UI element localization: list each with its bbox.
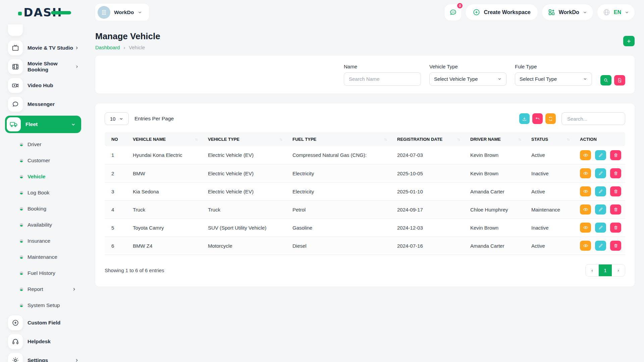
- globe-icon: [603, 8, 610, 16]
- table-search-input[interactable]: [561, 112, 625, 125]
- filter-search-button[interactable]: [600, 75, 611, 85]
- sidebar-item-movie-tv-studio[interactable]: Movie & TV Studio: [8, 41, 81, 55]
- trash-icon: [613, 171, 618, 176]
- sidebar-subitem-insurance[interactable]: Insurance: [8, 233, 81, 249]
- cell-action: [573, 182, 625, 200]
- sidebar-item-video-hub[interactable]: Video Hub: [8, 78, 81, 93]
- sidebar-subitem-report[interactable]: Report: [8, 281, 81, 297]
- chat-bubble-icon: [449, 8, 457, 16]
- column-header-registration-date[interactable]: REGISTRATION DATE↑↓: [390, 132, 464, 146]
- sidebar-subitem-availability[interactable]: Availability: [8, 217, 81, 233]
- sidebar-subitem-maintenance[interactable]: Maintenance: [8, 249, 81, 265]
- eye-icon: [583, 171, 588, 176]
- sidebar-subitem-fuel-history[interactable]: Fuel History: [8, 265, 81, 281]
- workdo-menu-button[interactable]: WorkDo: [542, 4, 593, 20]
- sort-icon[interactable]: ↑↓: [567, 137, 570, 141]
- cell-driver-name: Kevin Brown: [464, 146, 525, 164]
- view-button[interactable]: [580, 168, 591, 178]
- sidebar-item-settings[interactable]: Settings: [8, 353, 81, 362]
- sort-icon[interactable]: ↑↓: [279, 137, 282, 141]
- view-button[interactable]: [580, 186, 591, 196]
- export-button[interactable]: [519, 113, 530, 124]
- edit-button[interactable]: [595, 150, 606, 160]
- view-button[interactable]: [580, 150, 591, 160]
- pagination-next-button[interactable]: ›: [612, 264, 625, 276]
- sidebar-subitem-vehicle[interactable]: Vehicle: [8, 169, 81, 185]
- cell-no: 2: [105, 164, 126, 182]
- filter-panel: Name Vehicle Type Select Vehicle Type Fu…: [95, 56, 635, 94]
- edit-button[interactable]: [595, 204, 606, 215]
- sidebar-item-movie-show-booking[interactable]: Movie Show Booking: [8, 59, 81, 74]
- breadcrumb-dashboard-link[interactable]: Dashboard: [95, 45, 120, 50]
- sidebar-item-fleet[interactable]: Fleet: [5, 116, 81, 133]
- undo-button[interactable]: [532, 113, 543, 124]
- trash-icon: [613, 153, 618, 158]
- entries-per-page-label: Entries Per Page: [135, 116, 174, 122]
- cell-fuel-type: Electricity: [286, 182, 390, 200]
- cell-fuel-type: Diesel: [286, 237, 390, 255]
- view-button[interactable]: [580, 223, 591, 233]
- column-header-driver-name[interactable]: DRIVER NAME↑↓: [464, 132, 525, 146]
- sidebar-subitem-driver[interactable]: Driver: [8, 136, 81, 153]
- edit-button[interactable]: [595, 186, 606, 196]
- edit-button[interactable]: [595, 241, 606, 251]
- sidebar-subitem-customer[interactable]: Customer: [8, 153, 81, 169]
- fleet-submenu: Driver Customer Vehicle Log Book Booking…: [8, 136, 81, 313]
- view-button[interactable]: [580, 241, 591, 251]
- sidebar-subitem-log-book[interactable]: Log Book: [8, 185, 81, 201]
- plus-circle-icon: [473, 8, 480, 16]
- entries-per-page-select[interactable]: 10: [105, 112, 129, 125]
- eye-icon: [583, 243, 588, 248]
- refresh-button[interactable]: [545, 113, 556, 124]
- cell-fuel-type: Electricity: [286, 164, 390, 182]
- column-header-fuel-type[interactable]: FUEL TYPE↑↓: [286, 132, 390, 146]
- create-workspace-button[interactable]: Create Workspace: [466, 4, 537, 20]
- sort-icon[interactable]: ↑↓: [518, 137, 521, 141]
- pencil-icon: [598, 153, 603, 158]
- sidebar-item-messenger[interactable]: Messenger: [8, 97, 81, 112]
- delete-button[interactable]: [610, 168, 621, 178]
- sort-icon[interactable]: ↑↓: [195, 137, 198, 141]
- eye-icon: [583, 225, 588, 230]
- scrolled-menu-item-partial[interactable]: [8, 24, 23, 36]
- delete-button[interactable]: [610, 223, 621, 233]
- delete-button[interactable]: [610, 204, 621, 215]
- column-header-vehicle-name[interactable]: VEHICLE NAME↑↓: [126, 132, 201, 146]
- language-selector[interactable]: EN: [597, 4, 635, 20]
- column-header-no: NO: [105, 132, 126, 146]
- sidebar-item-custom-field[interactable]: Custom Field: [8, 315, 81, 330]
- edit-button[interactable]: [595, 168, 606, 178]
- delete-button[interactable]: [610, 150, 621, 160]
- cell-action: [573, 146, 625, 164]
- vehicle-type-select[interactable]: Select Vehicle Type: [429, 72, 506, 86]
- pagination-prev-button[interactable]: ‹: [586, 264, 599, 276]
- cell-action: [573, 200, 625, 219]
- table-row: 2BMWElectric Vehicle (EV)Electricity2025…: [105, 164, 625, 182]
- sort-icon[interactable]: ↑↓: [384, 137, 387, 141]
- breadcrumb: Dashboard › Vehicle: [95, 45, 160, 50]
- workspace-switcher[interactable]: WorkDo: [95, 4, 149, 21]
- language-code: EN: [614, 9, 621, 15]
- sidebar-subitem-system-setup[interactable]: System Setup: [8, 297, 81, 313]
- bullet-icon: [20, 223, 23, 227]
- delete-button[interactable]: [610, 186, 621, 196]
- sidebar-item-helpdesk[interactable]: Helpdesk: [8, 334, 81, 349]
- sort-icon[interactable]: ↑↓: [457, 137, 460, 141]
- edit-button[interactable]: [595, 223, 606, 233]
- column-header-status[interactable]: STATUS↑↓: [525, 132, 573, 146]
- column-header-vehicle-type[interactable]: VEHICLE TYPE↑↓: [201, 132, 286, 146]
- messages-button[interactable]: 0: [445, 4, 461, 20]
- name-filter-input[interactable]: [344, 72, 421, 86]
- view-button[interactable]: [580, 204, 591, 215]
- download-icon: [522, 116, 527, 121]
- sidebar-subitem-booking[interactable]: Booking: [8, 201, 81, 217]
- trash-icon: [613, 225, 618, 230]
- fuel-type-select[interactable]: Select Fuel Type: [515, 72, 592, 86]
- pagination-page-1[interactable]: 1: [599, 264, 612, 276]
- delete-button[interactable]: [610, 241, 621, 251]
- cell-status: Maintenance: [525, 200, 573, 219]
- filter-clear-button[interactable]: [614, 75, 625, 85]
- add-vehicle-button[interactable]: [623, 36, 635, 46]
- trash-icon: [613, 243, 618, 248]
- dash-logo[interactable]: DASH: [23, 7, 62, 18]
